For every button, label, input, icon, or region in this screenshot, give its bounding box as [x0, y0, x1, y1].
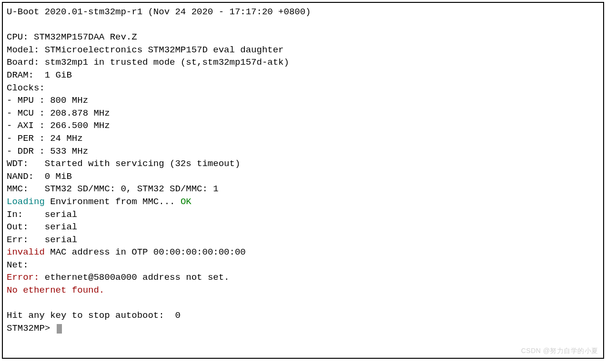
clocks-header-line: Clocks:	[7, 83, 45, 93]
model-line: Model: STMicroelectronics STM32MP157D ev…	[7, 45, 284, 55]
clock-axi-line: - AXI : 266.500 MHz	[7, 120, 110, 131]
terminal-window[interactable]: U-Boot 2020.01-stm32mp-r1 (Nov 24 2020 -…	[2, 2, 604, 359]
watermark-text: CSDN @努力自学的小夏	[521, 346, 598, 356]
uboot-header-line: U-Boot 2020.01-stm32mp-r1 (Nov 24 2020 -…	[7, 7, 311, 17]
clock-mcu-line: - MCU : 208.878 MHz	[7, 108, 110, 118]
mmc-line: MMC: STM32 SD/MMC: 0, STM32 SD/MMC: 1	[7, 184, 219, 194]
prompt-text: STM32MP>	[7, 323, 56, 334]
no-ethernet-line: No ethernet found.	[7, 285, 104, 295]
clock-ddr-line: - DDR : 533 MHz	[7, 146, 88, 157]
loading-ok: OK	[181, 197, 192, 207]
clock-mpu-line: - MPU : 800 MHz	[7, 95, 88, 106]
in-line: In: serial	[7, 209, 77, 220]
net-line: Net:	[7, 260, 45, 270]
loading-prefix: Loading	[7, 197, 45, 207]
cursor-icon[interactable]	[57, 324, 62, 334]
out-line: Out: serial	[7, 222, 77, 232]
error-prefix: Error:	[7, 272, 39, 283]
cpu-line: CPU: STM32MP157DAA Rev.Z	[7, 32, 137, 42]
err-line: Err: serial	[7, 235, 77, 245]
nand-line: NAND: 0 MiB	[7, 171, 72, 182]
wdt-line: WDT: Started with servicing (32s timeout…	[7, 158, 240, 169]
board-line: Board: stm32mp1 in trusted mode (st,stm3…	[7, 57, 289, 68]
clock-per-line: - PER : 24 MHz	[7, 133, 83, 144]
error-rest: ethernet@5800a000 address not set.	[39, 272, 229, 283]
autoboot-line: Hit any key to stop autoboot: 0	[7, 310, 181, 321]
invalid-prefix: invalid	[7, 247, 45, 257]
loading-mid: Environment from MMC...	[45, 197, 181, 207]
dram-line: DRAM: 1 GiB	[7, 70, 72, 80]
invalid-rest: MAC address in OTP 00:00:00:00:00:00	[45, 247, 246, 257]
